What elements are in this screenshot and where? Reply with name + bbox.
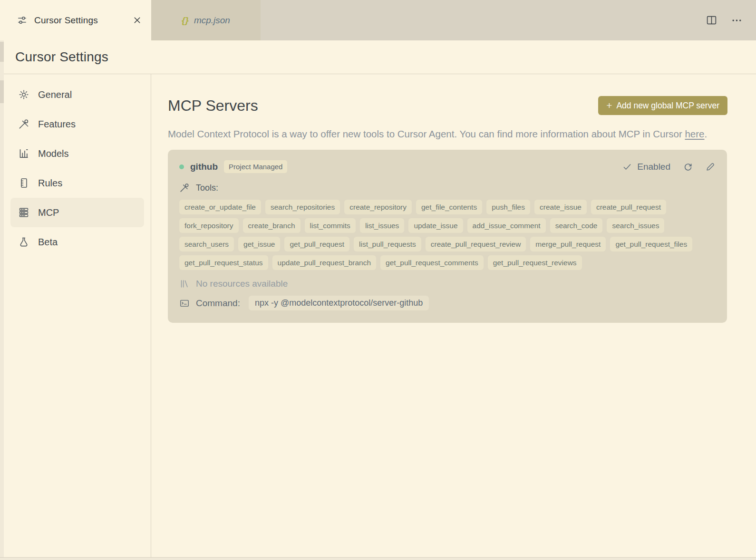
tab-label: Cursor Settings [34, 15, 98, 26]
editor-tab-bar: Cursor Settings {} mcp.json [0, 0, 756, 40]
enabled-toggle[interactable]: Enabled [622, 162, 670, 172]
tool-chip-list: create_or_update_filesearch_repositories… [179, 200, 702, 270]
close-icon[interactable] [133, 16, 142, 25]
gear-icon [18, 89, 29, 100]
tool-chip: search_repositories [265, 200, 340, 214]
sidebar-item-general[interactable]: General [10, 80, 144, 109]
tool-chip: list_pull_requests [354, 237, 421, 251]
tool-chip: create_pull_request_review [426, 237, 526, 251]
sidebar-item-label: Beta [38, 237, 58, 248]
sidebar-item-label: Rules [38, 178, 62, 189]
tool-chip: update_pull_request_branch [272, 255, 377, 270]
bottom-bar [0, 557, 756, 560]
tools-label: Tools: [196, 183, 218, 193]
tool-chip: get_pull_request_files [610, 237, 692, 251]
sidebar-item-label: Models [38, 148, 68, 159]
tool-chip: create_repository [344, 200, 412, 214]
add-global-mcp-server-button[interactable]: + Add new global MCP server [598, 96, 727, 115]
status-dot-green [179, 164, 184, 169]
description-text: . [704, 128, 707, 139]
tool-chip: push_files [486, 200, 530, 214]
mcp-server-card-github: github Project Managed Enabled [168, 150, 727, 323]
tool-chip: merge_pull_request [530, 237, 606, 251]
tool-chip: get_pull_request_reviews [488, 255, 582, 270]
description-text: Model Context Protocol is a way to offer… [168, 128, 685, 139]
project-managed-badge: Project Managed [224, 160, 287, 173]
tool-chip: list_issues [360, 218, 405, 233]
terminal-icon [179, 298, 190, 309]
enabled-label: Enabled [637, 162, 670, 172]
bar-chart-icon [18, 148, 29, 159]
mcp-description: Model Context Protocol is a way to offer… [168, 126, 725, 142]
tool-chip: create_issue [534, 200, 587, 214]
here-link[interactable]: here [685, 128, 704, 139]
tabbar-actions [706, 0, 756, 40]
tools-icon [179, 183, 190, 193]
sidebar-item-features[interactable]: Features [10, 109, 144, 139]
page-title: Cursor Settings [4, 40, 756, 74]
sliders-icon [17, 15, 27, 25]
sidebar-item-rules[interactable]: Rules [10, 168, 144, 198]
tool-chip: get_pull_request [284, 237, 349, 251]
section-title: MCP Servers [168, 96, 258, 115]
split-editor-icon[interactable] [706, 14, 717, 26]
tab-cursor-settings[interactable]: Cursor Settings [0, 0, 151, 40]
edit-pencil-icon[interactable] [706, 162, 716, 172]
command-label: Command: [196, 298, 240, 309]
flask-icon [18, 236, 29, 248]
refresh-icon[interactable] [683, 162, 693, 172]
tool-chip: get_pull_request_status [179, 255, 268, 270]
more-actions-icon[interactable] [731, 14, 743, 26]
tab-label: mcp.json [194, 15, 230, 26]
sidebar-item-beta[interactable]: Beta [10, 227, 144, 257]
tool-chip: add_issue_comment [467, 218, 546, 233]
library-icon [179, 279, 190, 289]
left-edge-strip-segment [0, 80, 4, 103]
command-value: npx -y @modelcontextprotocol/server-gith… [249, 296, 429, 310]
mcp-settings-content: MCP Servers + Add new global MCP server … [151, 74, 756, 557]
left-edge-strip [0, 40, 4, 557]
tool-chip: get_issue [238, 237, 280, 251]
tool-chip: search_issues [607, 218, 664, 233]
resources-text: No resources available [196, 279, 288, 289]
sidebar-item-models[interactable]: Models [10, 139, 144, 168]
left-edge-strip-segment [0, 42, 4, 62]
tool-chip: get_file_contents [416, 200, 482, 214]
sidebar-item-label: MCP [38, 207, 59, 218]
json-file-icon: {} [182, 15, 189, 26]
server-name: github [190, 162, 218, 172]
sidebar-item-label: General [38, 89, 72, 100]
ruler-icon [18, 177, 29, 189]
tools-icon [18, 118, 29, 130]
tool-chip: get_pull_request_comments [380, 255, 484, 270]
server-stack-icon [18, 207, 29, 218]
cursor-settings-panel: Cursor Settings General [4, 40, 756, 557]
tool-chip: fork_repository [179, 218, 239, 233]
add-button-label: Add new global MCP server [616, 101, 719, 111]
settings-sidebar: General Features Models [4, 74, 151, 557]
sidebar-item-label: Features [38, 119, 76, 130]
tool-chip: create_branch [243, 218, 300, 233]
tool-chip: create_or_update_file [179, 200, 261, 214]
tool-chip: search_code [550, 218, 603, 233]
tab-mcp-json[interactable]: {} mcp.json [151, 0, 261, 40]
tool-chip: list_commits [305, 218, 356, 233]
tool-chip: update_issue [408, 218, 463, 233]
plus-icon: + [606, 100, 612, 111]
tool-chip: create_pull_request [591, 200, 666, 214]
sidebar-item-mcp[interactable]: MCP [10, 198, 144, 227]
check-icon [622, 162, 632, 172]
tool-chip: search_users [179, 237, 234, 251]
